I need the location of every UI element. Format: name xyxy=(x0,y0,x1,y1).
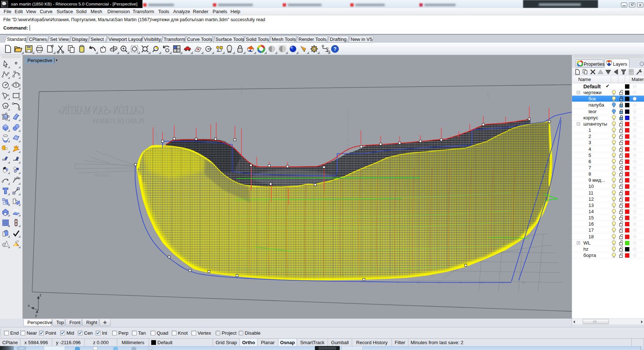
svg-text:8: 8 xyxy=(397,281,399,284)
svg-text:PLANO DE FORMAS: PLANO DE FORMAS xyxy=(92,117,144,125)
svg-text:20: 20 xyxy=(522,281,526,284)
svg-text:GALEÓN «SAN MARTÍN»: GALEÓN «SAN MARTÍN» xyxy=(58,103,144,117)
svg-text:z: z xyxy=(39,293,42,297)
svg-text:y: y xyxy=(35,313,37,318)
svg-text:x: x xyxy=(28,303,30,308)
svg-text:GALEON: GALEON xyxy=(95,173,110,177)
